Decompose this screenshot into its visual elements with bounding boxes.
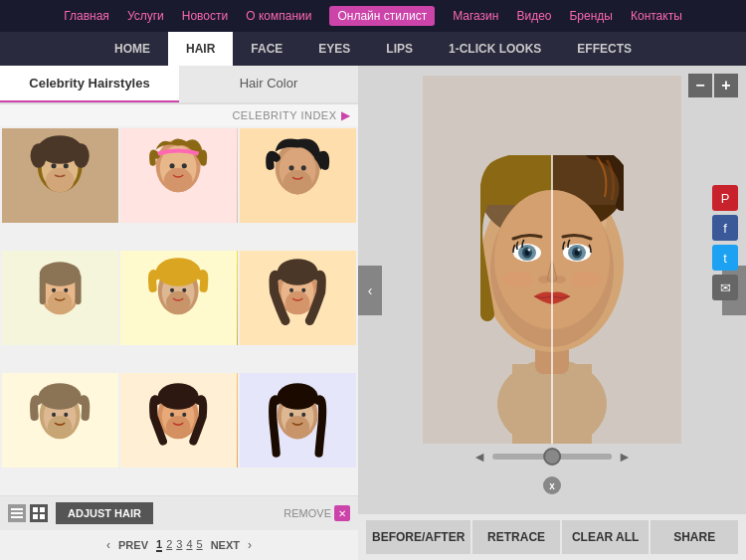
svg-point-49 — [64, 413, 68, 417]
grid-view-icon[interactable] — [30, 504, 48, 522]
hairstyle-item-5[interactable] — [120, 251, 237, 345]
hairstyle-item-7[interactable] — [2, 373, 118, 467]
tab-effects[interactable]: EFFECTS — [559, 32, 650, 66]
nav-contacts[interactable]: Контакты — [631, 9, 682, 23]
panel-tabs: Celebrity Hairstyles Hair Color — [0, 66, 358, 104]
hairstyle-item-3[interactable] — [240, 128, 356, 223]
tab-celebrity-hairstyles[interactable]: Celebrity Hairstyles — [0, 66, 179, 102]
hairstyle-item-9[interactable] — [240, 373, 356, 467]
tab-face[interactable]: FACE — [233, 32, 300, 66]
slider-left-arrow[interactable]: ◄ — [472, 449, 486, 465]
remove-label: REMOVE — [283, 507, 331, 519]
celebrity-index-arrow[interactable]: ▶ — [341, 108, 351, 122]
hairstyle-item-1[interactable] — [2, 128, 118, 223]
retrace-button[interactable]: RETRACE — [472, 520, 560, 554]
svg-point-61 — [285, 416, 309, 438]
svg-point-96 — [502, 272, 532, 287]
pinterest-icon[interactable]: P — [712, 185, 738, 211]
social-icons: P f t ✉ — [712, 185, 738, 300]
svg-rect-68 — [33, 507, 38, 512]
svg-rect-66 — [11, 512, 23, 514]
svg-point-14 — [182, 163, 187, 168]
svg-point-18 — [283, 170, 312, 194]
svg-rect-28 — [40, 275, 46, 305]
nav-stylist[interactable]: Онлайн стилист — [329, 6, 435, 26]
svg-point-43 — [277, 259, 317, 285]
share-button[interactable]: SHARE — [651, 520, 738, 554]
svg-point-57 — [158, 383, 199, 410]
svg-point-7 — [31, 143, 47, 167]
page-numbers: 1 2 3 4 5 — [156, 538, 203, 552]
twitter-icon[interactable]: t — [712, 245, 738, 271]
svg-point-8 — [73, 143, 89, 167]
svg-rect-69 — [40, 507, 45, 512]
clear-all-button[interactable]: CLEAR ALL — [562, 520, 650, 554]
nav-brands[interactable]: Бренды — [569, 9, 612, 23]
action-buttons: BEFORE/AFTER RETRACE CLEAR ALL SHARE — [358, 514, 746, 560]
next-button[interactable]: NEXT — [211, 539, 240, 551]
left-panel: Celebrity Hairstyles Hair Color CELEBRIT… — [0, 66, 358, 560]
main-content: Celebrity Hairstyles Hair Color CELEBRIT… — [0, 66, 746, 560]
adjust-hair-button[interactable]: ADJUST HAIR — [56, 502, 153, 524]
nav-home[interactable]: Главная — [64, 9, 109, 23]
prev-button[interactable]: PREV — [118, 539, 148, 551]
svg-point-47 — [48, 416, 72, 438]
remove-button[interactable]: REMOVE ✕ — [283, 505, 350, 521]
svg-rect-65 — [11, 508, 23, 510]
svg-point-88 — [528, 249, 531, 252]
bottom-toolbar: ADJUST HAIR REMOVE ✕ — [0, 495, 358, 530]
hairstyle-item-4[interactable] — [2, 251, 118, 345]
nav-about[interactable]: О компании — [246, 9, 311, 23]
nav-shop[interactable]: Магазин — [453, 9, 498, 23]
svg-point-94 — [538, 276, 550, 283]
facebook-icon[interactable]: f — [712, 215, 738, 241]
page-5[interactable]: 5 — [197, 538, 203, 552]
tab-lips[interactable]: LIPS — [368, 32, 431, 66]
nav-video[interactable]: Видео — [516, 9, 551, 23]
svg-point-25 — [52, 288, 56, 292]
prev-chevron[interactable]: ‹ — [106, 538, 110, 552]
svg-point-12 — [164, 168, 193, 192]
hairstyle-item-8[interactable] — [120, 373, 237, 467]
before-after-button[interactable]: BEFORE/AFTER — [366, 520, 470, 554]
slider-container: ◄ ► — [472, 449, 632, 465]
tab-hair[interactable]: HAIR — [168, 32, 233, 66]
tab-looks[interactable]: 1-CLICK LOOKS — [431, 32, 559, 66]
svg-point-26 — [64, 288, 68, 292]
svg-point-54 — [166, 416, 190, 438]
slider-thumb[interactable] — [543, 448, 561, 466]
svg-point-36 — [156, 258, 201, 286]
svg-point-63 — [301, 413, 305, 417]
photo-nav-left[interactable]: ‹ — [358, 266, 382, 315]
page-4[interactable]: 4 — [186, 538, 192, 552]
email-icon[interactable]: ✉ — [712, 275, 738, 300]
tab-home[interactable]: HOME — [96, 32, 168, 66]
top-navigation: Главная Услуги Новости О компании Онлайн… — [0, 0, 746, 32]
tab-hair-color[interactable]: Hair Color — [179, 66, 358, 102]
svg-point-40 — [285, 291, 309, 313]
hairstyle-item-6[interactable] — [240, 251, 356, 345]
svg-point-95 — [554, 276, 566, 283]
x-marker[interactable]: x — [543, 476, 561, 494]
slider-right-arrow[interactable]: ► — [618, 449, 632, 465]
slider-track[interactable] — [492, 454, 612, 460]
nav-news[interactable]: Новости — [182, 9, 228, 23]
page-3[interactable]: 3 — [176, 538, 182, 552]
right-panel: − + — [358, 66, 746, 560]
hairstyle-item-2[interactable] — [120, 128, 237, 223]
svg-point-3 — [46, 168, 75, 192]
next-chevron[interactable]: › — [248, 538, 252, 552]
list-view-icon[interactable] — [8, 504, 26, 522]
svg-rect-70 — [33, 514, 38, 519]
tab-eyes[interactable]: EYES — [300, 32, 368, 66]
remove-x-icon[interactable]: ✕ — [334, 505, 350, 521]
nav-services[interactable]: Услуги — [127, 9, 164, 23]
svg-point-4 — [51, 163, 56, 168]
svg-point-64 — [277, 383, 317, 410]
page-2[interactable]: 2 — [166, 538, 172, 552]
page-1[interactable]: 1 — [156, 538, 162, 552]
svg-point-97 — [572, 272, 602, 287]
celebrity-index-label: CELEBRITY INDEX — [232, 109, 336, 121]
pagination: ‹ PREV 1 2 3 4 5 NEXT › — [0, 530, 358, 560]
svg-point-13 — [170, 163, 175, 168]
